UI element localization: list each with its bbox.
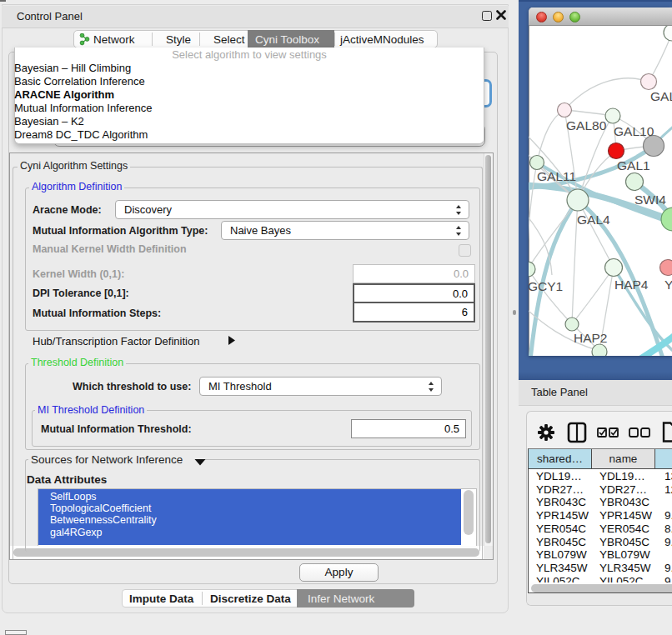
svg-text:GAL1: GAL1: [617, 158, 650, 172]
svg-text:GAL11: GAL11: [537, 169, 576, 183]
svg-text:GAL10: GAL10: [614, 124, 654, 138]
svg-text:HAP4: HAP4: [614, 278, 649, 292]
svg-text:GAL4: GAL4: [577, 212, 610, 227]
svg-text:GAL80: GAL80: [566, 118, 607, 132]
svg-text:GAL: GAL: [650, 89, 672, 103]
svg-text:Y: Y: [664, 278, 672, 292]
svg-text:SWI4: SWI4: [634, 192, 666, 207]
svg-text:GCY1: GCY1: [529, 279, 563, 293]
svg-text:HAP2: HAP2: [574, 331, 608, 345]
